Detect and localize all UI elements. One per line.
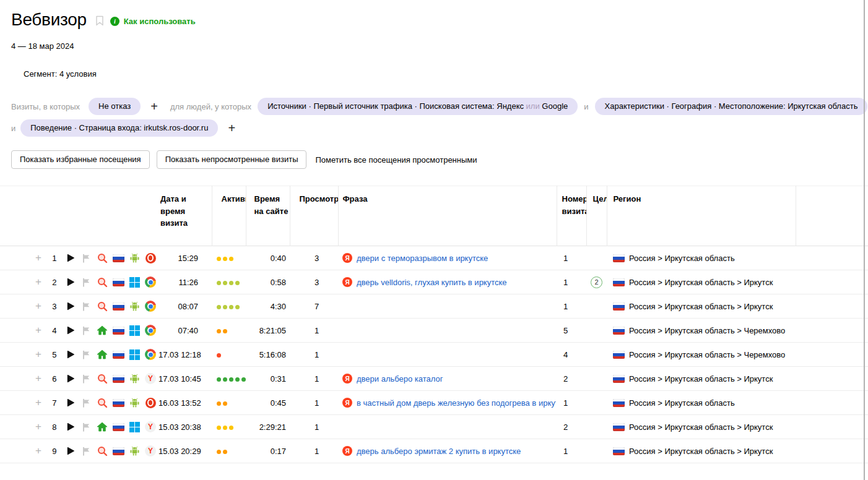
table-header-row: Дата и время визита Активность Время на … [0, 186, 868, 246]
show-favorites-button[interactable]: Показать избранные посещения [11, 150, 150, 169]
how-to-use-link[interactable]: Как использовать [124, 17, 196, 26]
android-icon [129, 252, 141, 264]
search-phrase-cell: Ядверь velldoris, глухая купить в иркутс… [338, 270, 557, 294]
goals-cell [586, 294, 607, 319]
play-visit-button[interactable] [63, 422, 79, 431]
flag-toggle-button[interactable] [79, 302, 95, 311]
window-edge-scrollbar[interactable] [864, 0, 865, 480]
and-connector-2: и [11, 124, 15, 133]
filter-row-1: Визиты, в которых Не отказ + для людей, … [11, 98, 867, 115]
play-visit-button[interactable] [63, 350, 79, 359]
search-phrase-cell [338, 319, 557, 343]
play-visit-button[interactable] [63, 447, 79, 455]
expand-row-button[interactable]: + [30, 372, 46, 385]
windows-icon [129, 277, 140, 288]
visit-datetime: 11:26 [158, 270, 212, 294]
mark-all-viewed-button[interactable]: Пометить все посещения просмотренными [315, 155, 477, 165]
expand-row-button[interactable]: + [30, 324, 46, 336]
play-visit-button[interactable] [63, 398, 79, 407]
views-count: 1 [290, 439, 338, 463]
activity-dot [241, 377, 246, 382]
region-text: Россия > Иркутская область [629, 254, 735, 263]
filter-chip-behavior[interactable]: Поведение · Страница входа: irkutsk.ros-… [20, 119, 218, 137]
region-cell: Россия > Иркутская область [607, 391, 796, 415]
search-phrase-cell: Яв частный дом дверь железную без подогр… [338, 391, 557, 415]
visit-datetime: 15.03 20:38 [158, 415, 212, 439]
phrase-link[interactable]: двери альберо каталог [357, 374, 443, 384]
play-visit-button[interactable] [63, 278, 79, 286]
search-phrase-cell [338, 415, 557, 439]
row-number: 5 [46, 350, 63, 359]
yandex-browser-icon: Y [145, 421, 156, 432]
table-row: + 5 17.03 12:18 5:16:08 1 4 Россия > Ирк… [0, 343, 868, 367]
yandex-search-icon [97, 397, 108, 409]
phrase-link[interactable]: дверь velldoris, глухая купить в иркутск… [357, 278, 507, 287]
visit-datetime: 17.03 10:45 [158, 367, 212, 391]
visit-number: 2 [557, 367, 586, 391]
activity-dot [223, 426, 227, 430]
russia-flag-icon [113, 423, 124, 431]
russia-flag-icon [613, 399, 625, 407]
goals-cell [586, 439, 607, 463]
flag-toggle-button[interactable] [79, 398, 95, 408]
expand-row-button[interactable]: + [30, 445, 46, 457]
activity-dot [223, 450, 227, 454]
chrome-icon [145, 349, 156, 360]
yandex-browser-icon: Y [145, 445, 156, 456]
filter-chip-geo[interactable]: Характеристики · География · Местоположе… [595, 98, 868, 115]
bookmark-icon[interactable] [95, 15, 104, 28]
time-on-site: 2:29:21 [246, 415, 290, 439]
play-visit-button[interactable] [63, 326, 79, 335]
expand-row-button[interactable]: + [30, 396, 46, 409]
opera-icon [145, 252, 157, 264]
direct-home-icon [97, 349, 108, 361]
play-visit-button[interactable] [63, 374, 79, 383]
yandex-search-icon [97, 445, 108, 457]
visit-number: 1 [557, 439, 586, 463]
activity-dot [217, 305, 221, 309]
flag-toggle-button[interactable] [79, 447, 95, 456]
add-condition-button-1[interactable]: + [150, 100, 158, 113]
region-cell: Россия > Иркутская область > Черемхово [607, 343, 796, 367]
segment-label[interactable]: Сегмент: 4 условия [24, 69, 97, 79]
activity-dot [217, 401, 221, 406]
time-on-site: 4:30 [246, 294, 290, 319]
show-unviewed-button[interactable]: Показать непросмотренные визиты [157, 150, 307, 169]
phrase-link[interactable]: двери с терморазрывом в иркутске [357, 254, 488, 263]
activity-dot [217, 329, 221, 333]
direct-home-icon [97, 421, 108, 433]
visit-datetime: 17.03 12:18 [158, 343, 212, 367]
flag-toggle-button[interactable] [79, 374, 95, 384]
play-visit-button[interactable] [63, 302, 79, 311]
row-number: 8 [46, 422, 63, 432]
filter-chip-source[interactable]: Источники · Первый источник трафика · По… [258, 98, 578, 115]
flag-toggle-button[interactable] [79, 350, 95, 359]
goals-cell [586, 391, 607, 415]
expand-row-button[interactable]: + [30, 421, 46, 433]
windows-icon [129, 325, 140, 336]
activity-indicator [212, 270, 246, 294]
flag-toggle-button[interactable] [79, 422, 95, 432]
expand-row-button[interactable]: + [30, 348, 46, 361]
region-cell: Россия > Иркутская область [607, 246, 796, 270]
expand-row-button[interactable]: + [30, 252, 46, 264]
flag-toggle-button[interactable] [79, 278, 95, 287]
phrase-link[interactable]: в частный дом дверь железную без подогре… [357, 398, 556, 408]
expand-row-button[interactable]: + [30, 276, 46, 288]
expand-row-button[interactable]: + [30, 300, 46, 312]
date-range[interactable]: 4 — 18 мар 2024 [11, 41, 74, 51]
table-row: + 2 11:26 0:58 3 Ядверь velldoris, глуха… [0, 270, 868, 294]
direct-home-icon [97, 325, 108, 336]
webvisor-page: Вебвизор i Как использовать 4 — 18 мар 2… [0, 0, 868, 480]
activity-dot [223, 257, 227, 261]
filter-chip-bounce[interactable]: Не отказ [89, 98, 141, 115]
activity-indicator [212, 439, 246, 463]
flag-toggle-button[interactable] [79, 326, 95, 335]
table-row: + 6 Y 17.03 10:45 0:31 1 Ядвери альберо … [0, 367, 868, 391]
flag-toggle-button[interactable] [79, 254, 95, 263]
add-condition-button-2[interactable]: + [228, 122, 235, 134]
android-icon [129, 373, 141, 385]
phrase-link[interactable]: дверь альберо эрмитаж 2 купить в иркутск… [357, 447, 521, 456]
play-visit-button[interactable] [63, 254, 79, 262]
region-cell: Россия > Иркутская область > Черемхово [607, 319, 796, 343]
